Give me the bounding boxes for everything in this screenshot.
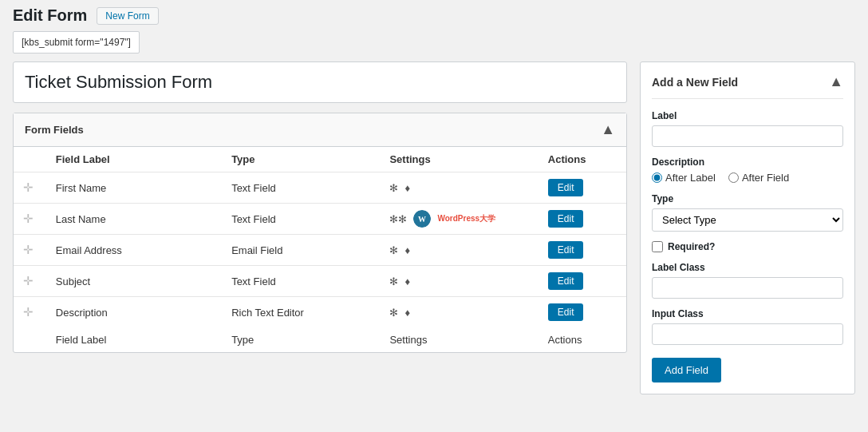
asterisk-icon: ✻ <box>389 182 398 194</box>
new-form-button[interactable]: New Form <box>97 7 158 25</box>
footer-actions: Actions <box>539 327 626 352</box>
edit-button[interactable]: Edit <box>548 303 584 321</box>
footer-field-label: Field Label <box>46 327 222 352</box>
field-settings-cell: ✻ ♦ <box>380 235 538 266</box>
field-actions-cell: Edit <box>539 204 626 235</box>
add-field-button[interactable]: Add Field <box>652 358 721 382</box>
field-label-cell: Email Address <box>46 235 222 266</box>
description-radio-group: After Label After Field <box>652 172 843 184</box>
field-type-cell: Text Field <box>222 204 380 235</box>
col-header-drag <box>14 147 46 172</box>
label-field-group: Label <box>652 110 843 147</box>
field-settings-cell: ✻ ♦ <box>380 172 538 204</box>
pin-icon: ♦ <box>404 244 410 256</box>
input-class-label: Input Class <box>652 308 843 319</box>
col-header-label: Field Label <box>46 147 222 172</box>
type-field-group: Type Select Type Text Field Email Field … <box>652 193 843 232</box>
left-panel: Ticket Submission Form Form Fields ▲ Fie… <box>13 61 627 394</box>
form-fields-box: Form Fields ▲ Field Label Type Settings … <box>13 113 627 353</box>
edit-button[interactable]: Edit <box>548 179 584 196</box>
collapse-icon[interactable]: ▲ <box>601 121 615 138</box>
main-content: Ticket Submission Form Form Fields ▲ Fie… <box>0 61 868 407</box>
label-class-group: Label Class <box>652 262 843 299</box>
footer-drag <box>14 327 46 352</box>
table-row: ✛Last NameText Field ✻ W WordPress大学 Edi… <box>14 204 626 235</box>
drag-handle[interactable]: ✛ <box>14 297 46 328</box>
form-title-text: Ticket Submission Form <box>25 72 212 92</box>
field-type-cell: Email Field <box>222 235 380 266</box>
radio-after-field-input[interactable] <box>728 172 739 183</box>
radio-after-field[interactable]: After Field <box>728 172 789 184</box>
footer-type: Type <box>222 327 380 352</box>
form-fields-title: Form Fields <box>25 124 84 136</box>
edit-button[interactable]: Edit <box>548 272 584 290</box>
field-type-cell: Text Field <box>222 172 380 204</box>
right-panel-header: Add a New Field ▲ <box>652 73 843 99</box>
field-settings-cell: ✻ ♦ <box>380 297 538 328</box>
field-actions-cell: Edit <box>539 266 626 297</box>
wp-logo: W <box>413 210 431 228</box>
pin-icon: ♦ <box>404 275 410 287</box>
asterisk-icon: ✻ <box>389 307 398 319</box>
wp-logo-text: WordPress大学 <box>437 213 495 224</box>
page-wrapper: Edit Form New Form [kbs_submit form="149… <box>0 0 868 432</box>
add-field-panel: Add a New Field ▲ Label Description Afte… <box>640 61 855 394</box>
type-field-label: Type <box>652 193 843 204</box>
asterisk-icon: ✻ <box>389 275 398 287</box>
edit-button[interactable]: Edit <box>548 241 584 259</box>
pin-icon: ♦ <box>404 307 410 319</box>
form-title-box: Ticket Submission Form <box>13 61 627 103</box>
input-class-group: Input Class <box>652 308 843 345</box>
edit-button[interactable]: Edit <box>548 210 584 228</box>
required-field-group: Required? <box>652 241 843 252</box>
table-row: ✛First NameText Field ✻ ♦ Edit <box>14 172 626 204</box>
radio-after-field-text: After Field <box>742 172 789 184</box>
col-header-actions: Actions <box>539 147 626 172</box>
col-header-settings: Settings <box>380 147 538 172</box>
field-settings-cell: ✻ W WordPress大学 <box>380 204 538 235</box>
table-row: ✛SubjectText Field ✻ ♦ Edit <box>14 266 626 297</box>
drag-handle[interactable]: ✛ <box>14 204 46 235</box>
drag-handle[interactable]: ✛ <box>14 172 46 204</box>
input-class-input[interactable] <box>652 323 843 345</box>
radio-after-label-text: After Label <box>665 172 716 184</box>
required-label: Required? <box>668 241 715 252</box>
description-field-label: Description <box>652 157 843 168</box>
asterisk-icon: ✻ <box>389 213 407 225</box>
field-label-cell: Last Name <box>46 204 222 235</box>
pin-icon: ♦ <box>404 182 410 194</box>
field-type-cell: Text Field <box>222 266 380 297</box>
type-select[interactable]: Select Type Text Field Email Field Rich … <box>652 208 843 232</box>
field-label-cell: First Name <box>46 172 222 204</box>
form-fields-header: Form Fields ▲ <box>14 113 626 147</box>
field-actions-cell: Edit <box>539 297 626 328</box>
field-label-cell: Subject <box>46 266 222 297</box>
footer-settings: Settings <box>380 327 538 352</box>
label-class-input[interactable] <box>652 277 843 299</box>
drag-handle[interactable]: ✛ <box>14 266 46 297</box>
label-class-label: Label Class <box>652 262 843 273</box>
field-settings-cell: ✻ ♦ <box>380 266 538 297</box>
page-header: Edit Form New Form <box>0 0 868 31</box>
asterisk-icon: ✻ <box>389 244 398 256</box>
drag-handle[interactable]: ✛ <box>14 235 46 266</box>
label-input[interactable] <box>652 125 843 147</box>
right-panel-title: Add a New Field <box>652 76 738 89</box>
radio-after-label[interactable]: After Label <box>652 172 716 184</box>
radio-after-label-input[interactable] <box>652 172 662 183</box>
description-field-group: Description After Label After Field <box>652 157 843 184</box>
field-actions-cell: Edit <box>539 172 626 204</box>
shortcode-bar: [kbs_submit form="1497"] <box>13 31 140 54</box>
table-row: ✛DescriptionRich Text Editor ✻ ♦ Edit <box>14 297 626 328</box>
page-title: Edit Form <box>13 6 87 25</box>
col-header-type: Type <box>222 147 380 172</box>
field-type-cell: Rich Text Editor <box>222 297 380 328</box>
required-checkbox[interactable] <box>652 241 663 252</box>
svg-text:W: W <box>418 215 426 224</box>
panel-collapse-icon[interactable]: ▲ <box>829 73 843 90</box>
fields-table: Field Label Type Settings Actions ✛First… <box>14 147 626 352</box>
label-field-label: Label <box>652 110 843 121</box>
field-label-cell: Description <box>46 297 222 328</box>
field-actions-cell: Edit <box>539 235 626 266</box>
table-row: ✛Email AddressEmail Field ✻ ♦ Edit <box>14 235 626 266</box>
